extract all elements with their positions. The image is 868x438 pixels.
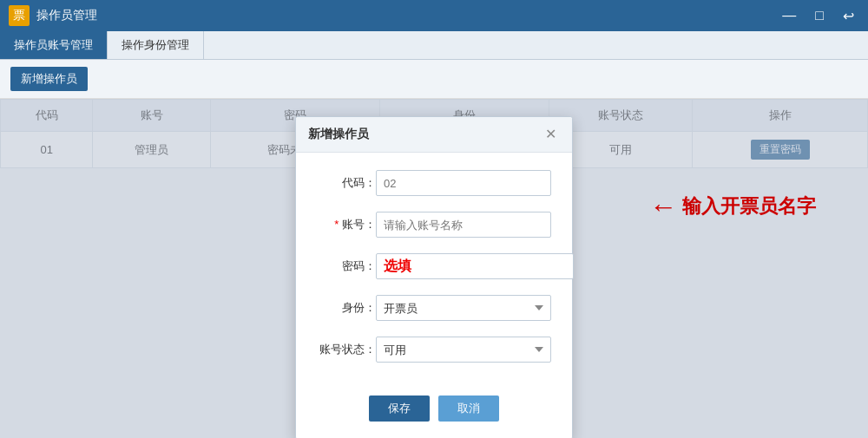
- add-operator-dialog: 新增操作员 ✕ 代码： 账号： 密码：: [295, 116, 573, 438]
- toolbar: 新增操作员: [0, 60, 868, 99]
- add-operator-button[interactable]: 新增操作员: [10, 67, 88, 91]
- account-input[interactable]: [376, 212, 551, 238]
- status-label: 账号状态：: [317, 342, 376, 357]
- dialog-body: 代码： 账号： 密码： 身份：: [296, 153, 572, 396]
- minimize-button[interactable]: —: [777, 6, 801, 25]
- titlebar: 票 操作员管理 — □ ↩: [0, 0, 868, 31]
- window-controls: — □ ↩: [777, 6, 859, 26]
- restore-button[interactable]: ↩: [838, 6, 859, 26]
- maximize-button[interactable]: □: [810, 6, 829, 25]
- app-icon: 票: [9, 5, 30, 26]
- account-label: 账号：: [317, 217, 376, 232]
- tabbar: 操作员账号管理 操作身份管理: [0, 31, 868, 60]
- content-area: 代码 账号 密码 身份 账号状态 操作 01 管理员 密码未设置 系统管理员 可…: [0, 99, 868, 438]
- annotation-text: 输入开票员名字: [682, 193, 816, 219]
- annotation: ← 输入开票员名字: [649, 193, 816, 220]
- dialog-close-button[interactable]: ✕: [542, 126, 560, 143]
- status-select[interactable]: 可用 禁用: [376, 337, 551, 363]
- tab-operator-identity[interactable]: 操作身份管理: [108, 31, 204, 59]
- dialog-overlay: 新增操作员 ✕ 代码： 账号： 密码：: [0, 99, 868, 438]
- code-input[interactable]: [376, 170, 551, 196]
- dialog-title: 新增操作员: [308, 127, 369, 142]
- app-window: 票 操作员管理 — □ ↩ 操作员账号管理 操作身份管理 新增操作员 代码 账号: [0, 0, 868, 438]
- cancel-button[interactable]: 取消: [438, 396, 499, 422]
- password-input[interactable]: [376, 253, 574, 279]
- window-title: 操作员管理: [36, 8, 777, 23]
- form-row-status: 账号状态： 可用 禁用: [317, 337, 551, 363]
- form-row-password: 密码：: [317, 253, 551, 279]
- form-row-account: 账号：: [317, 212, 551, 238]
- identity-select[interactable]: 开票员 管理员 系统管理员: [376, 295, 551, 321]
- form-row-identity: 身份： 开票员 管理员 系统管理员: [317, 295, 551, 321]
- password-label: 密码：: [317, 258, 376, 274]
- annotation-arrow-icon: ←: [649, 193, 677, 220]
- identity-label: 身份：: [317, 300, 376, 316]
- save-button[interactable]: 保存: [369, 396, 430, 422]
- dialog-footer: 保存 取消: [296, 396, 572, 438]
- form-row-code: 代码：: [317, 170, 551, 196]
- dialog-header: 新增操作员 ✕: [296, 117, 572, 153]
- tab-operator-account[interactable]: 操作员账号管理: [0, 31, 108, 59]
- code-label: 代码：: [317, 175, 376, 191]
